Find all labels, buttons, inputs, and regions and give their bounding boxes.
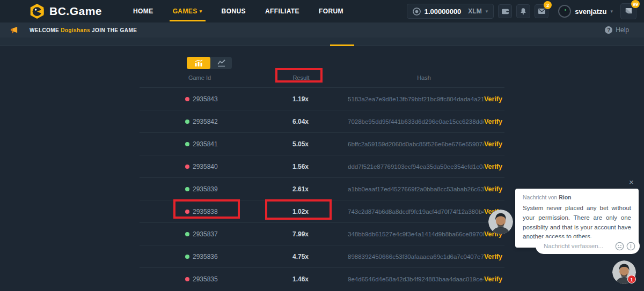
nav-item-affiliate[interactable]: AFFILIATE [255,0,309,23]
megaphone-icon [10,26,19,34]
mail-badge: 2 [544,1,552,9]
bell-icon [519,8,527,15]
game-id: 2935842 [193,118,258,125]
chat-toggle-button[interactable]: 99 [620,3,636,19]
header-hash: Hash [417,74,431,81]
hash-value: 348bb9db61527e4c9f3e4a1414d9b8ba66ce8970… [348,231,484,237]
result-value: 2.61x [258,185,343,193]
result-value: 6.04x [258,118,343,125]
nav-item-forum[interactable]: FORUM [309,0,353,23]
status-dot [185,142,189,146]
verify-link[interactable]: Verify [484,275,502,283]
chat-close-icon[interactable]: × [629,178,634,186]
status-dot [185,165,189,169]
game-id: 2935843 [193,95,258,103]
status-dot [185,232,189,236]
announcement-bar: WELCOME Dogishans JOIN THE GAME ? Help [0,23,644,38]
status-dot [185,97,189,101]
hash-value: ddd7f521e87769103ecf94ea35da50ee354efd1c… [348,163,484,170]
main-nav: HOME GAMES▾ BONUS AFFILIATE FORUM [123,0,353,23]
result-value: 5.05x [258,140,343,148]
mail-icon [538,8,546,14]
hash-value: 743c2d874b6d8a8dcdf9fc19acf4d70f74f12a38… [348,208,484,215]
nav-item-bonus[interactable]: BONUS [212,0,255,23]
trend-view-toggle[interactable] [210,57,232,69]
table-row: 2935838 1.02x 743c2d874b6d8a8dcdf9fc19ac… [140,200,504,223]
result-value: 7.99x [258,230,343,238]
verify-link[interactable]: Verify [484,163,502,170]
verify-link[interactable]: Verify [484,253,502,260]
hash-value: 5183a2ea7e9d8e13fb79bbf21bc9ffc804dada4a… [348,96,484,102]
attachment-icon[interactable] [626,242,635,251]
hash-value: 9e4d6546d4e58a42d3b4f924883baa4daac019ce… [348,276,484,282]
hash-value: 8988392450666c53f30afaaaea69c1d6a7c0407e… [348,253,484,260]
verify-link[interactable]: Verify [484,95,502,103]
game-history-panel: Game Id Result Hash 2935843 1.19x 5183a2… [140,47,504,290]
unread-badge: 1 [627,275,636,283]
table-row: 2935836 4.75x 8988392450666c53f30afaaaea… [140,245,504,268]
chevron-down-icon: ▾ [200,9,202,14]
table-row: 2935835 1.46x 9e4d6546d4e58a42d3b4f92488… [140,268,504,290]
view-toggle [187,57,232,69]
bcgame-logo-icon [29,3,45,19]
table-row: 2935839 2.61x a1bb0eaaf17ed4527669f2a0bb… [140,178,504,200]
emoji-icon[interactable] [615,242,624,251]
help-label: Help [616,26,629,34]
line-chart-icon [217,59,225,67]
nav-item-games[interactable]: GAMES▾ [163,0,212,23]
game-id: 2935836 [193,253,258,260]
chat-icon [624,7,633,16]
top-navbar: BC.Game HOME GAMES▾ BONUS AFFILIATE FORU… [0,0,644,23]
hash-value: a1bb0eaaf17ed4527669f2a0bba8cc53abab26c6… [348,186,484,192]
result-value: 1.02x [258,208,343,215]
announcement-text: WELCOME Dogishans JOIN THE GAME [30,27,137,33]
coin-icon [413,8,421,16]
header-game-id: Game Id [188,74,211,81]
chat-input[interactable] [543,242,613,250]
brand-name: BC.Game [49,5,102,18]
sender-avatar [488,210,513,234]
balance-selector[interactable]: 1.00000000 XLM ▾ [407,4,494,19]
verify-link[interactable]: Verify [484,185,502,193]
status-dot [185,255,189,259]
currency-label: XLM [468,8,481,15]
navbar-right: 1.00000000 XLM ▾ [407,3,636,19]
game-id: 2935837 [193,230,258,238]
notifications-button[interactable] [516,4,530,18]
status-dot [185,210,189,214]
table-row: 2935842 6.04x 7028be95dd95f441b633d6d296… [140,110,504,133]
status-dot [185,120,189,124]
table-row: 2935843 1.19x 5183a2ea7e9d8e13fb79bbf21b… [140,88,504,110]
game-id: 2935838 [193,208,258,215]
result-value: 4.75x [258,253,343,260]
help-icon: ? [605,26,612,34]
status-dot [185,277,189,281]
game-id: 2935841 [193,140,258,148]
messages-button[interactable]: 2 [535,4,548,18]
bar-chart-icon [194,59,203,67]
user-menu[interactable]: svenjatzu ▾ [558,5,613,18]
chat-input-box [536,238,640,254]
hash-value: 6bffc2a59159d2060d0abc85f526e6be676e5590… [348,141,484,147]
balance-amount: 1.00000000 [425,8,462,16]
chart-view-toggle[interactable] [187,57,210,69]
status-dot [185,187,189,191]
page: BC.Game HOME GAMES▾ BONUS AFFILIATE FORU… [0,0,644,291]
verify-link[interactable]: Verify [484,140,502,148]
game-id: 2935840 [193,163,258,170]
nav-item-home[interactable]: HOME [123,0,163,23]
user-avatar [558,5,571,18]
wallet-button[interactable] [498,4,512,18]
table-row: 2935837 7.99x 348bb9db61527e4c9f3e4a1414… [140,223,504,245]
verify-link[interactable]: Verify [484,118,502,125]
game-id: 2935839 [193,185,258,193]
message-sender: Rion [559,194,571,200]
table-row: 2935841 5.05x 6bffc2a59159d2060d0abc85f5… [140,133,504,155]
currency-caret-icon: ▾ [486,9,488,14]
header-result: Result [292,74,309,81]
hash-value: 7028be95dd95f441b633d6d296e0ae15cc6238dd… [348,118,484,125]
result-value: 1.46x [258,275,343,283]
help-link[interactable]: ? Help [605,26,629,34]
message-title: Nachricht von Rion [523,194,631,200]
brand-logo[interactable]: BC.Game [29,3,102,19]
